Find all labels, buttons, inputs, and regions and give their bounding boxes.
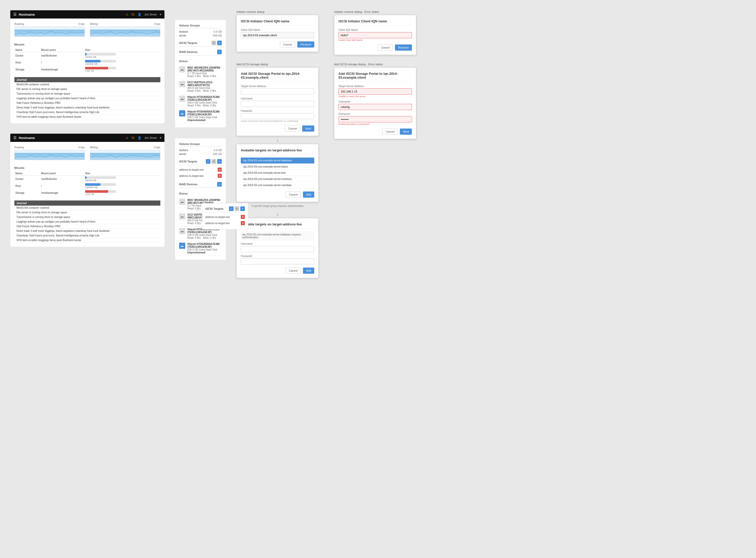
target-server-input[interactable] (241, 88, 314, 95)
target-item[interactable]: iqn.2014-03.com.example.server.future (241, 164, 314, 170)
drive-item: ▬ WDC WD30EZRX-22D8PB0 (WD-WCC4N1266959)… (179, 65, 222, 79)
reading-value-2: 0 bps (79, 146, 85, 149)
volume-groups-title-1: Volume Groups (179, 24, 200, 27)
journal-item: Leggings artisan pop-up cardigan you pro… (15, 96, 160, 101)
dialogs-section: Initiator rename dialog iSCSI Initiator … (236, 10, 416, 278)
iscsi-check-button-2[interactable]: ✓ (206, 159, 210, 164)
mounts-title-2: Mounts (15, 164, 160, 169)
cancel-button-error[interactable]: Cancel (377, 45, 393, 51)
col-size: Size (84, 48, 160, 52)
auth-note-text: If specific target group requires authen… (236, 204, 319, 208)
writing-chart: Writing 0 bps (90, 23, 160, 37)
list-item: server 500 GB (179, 152, 222, 156)
auth-cancel-button[interactable]: Cancel (286, 268, 301, 274)
add-iscsi-cancel-button[interactable]: Cancel (285, 125, 300, 132)
target-server-group: Target Server Address (241, 85, 314, 95)
journal-section-2: Journal MiniDLNA container crashed File … (15, 201, 160, 243)
password-input[interactable] (241, 113, 314, 119)
cancel-button[interactable]: Cancel (280, 42, 295, 48)
target-server-error-input[interactable] (338, 88, 412, 95)
password-group: Password Leave Username and Password bla… (241, 109, 314, 122)
journal-item: File server is running short on storage … (15, 210, 160, 215)
iscsi-targets-header-2: iSCSI Targets ✓ ✎ + (179, 159, 222, 165)
initiator-rename-error-dialog: iSCSI Initiator Client IQN name Client I… (334, 15, 416, 55)
writing-label-2: Writing (90, 146, 98, 149)
unprovisioned-icon-2: ▬ (179, 243, 185, 249)
page-container: ☰ Hostname ⚠ 31 👤 Jon Snow ▾ (0, 0, 756, 558)
iscsi-add-button-1[interactable]: + (217, 41, 222, 45)
iscsi-expanded-delete-btn-2[interactable]: ✕ (241, 221, 245, 225)
list-item: dockers 5.0 GB (179, 30, 222, 34)
target-item-selected[interactable]: iqn.2014-03.com.example.server.database (241, 157, 314, 164)
iscsi-edit-button-1[interactable]: ✎ (211, 41, 216, 45)
target-item[interactable]: iqn.2014-03.com.example.server.userdata (241, 182, 314, 188)
raid-add-button-1[interactable]: + (217, 50, 222, 54)
iscsi-target-delete-button[interactable]: ✕ (218, 168, 222, 172)
raid-add-button-2[interactable]: + (217, 182, 222, 186)
client-iqn-input[interactable] (241, 32, 314, 38)
username-error-label: Username (338, 100, 412, 103)
rename-button-error[interactable]: Rename (395, 45, 412, 51)
raid-devices-title-2: RAID Devices (179, 183, 198, 186)
reading-chart-area-2 (15, 150, 85, 160)
drives-section-1: Drives ▬ WDC WD30EZRX-22D8PB0 (WD-WCC4N1… (179, 57, 222, 123)
right-arrow-connector: → (195, 208, 200, 213)
ssd-icon-3: ▬ (179, 213, 185, 220)
user-icon: 👤 (138, 13, 141, 16)
journal-item: Direct trade 3 wolf moon leggings, kitsc… (15, 105, 160, 110)
mounts-table-1: Name Mount point Size Docker /var/lib/do… (15, 48, 160, 73)
target-server-error-label: Target Server Address (338, 85, 412, 87)
chevron-icon-2[interactable]: ▾ (160, 136, 161, 140)
target-item[interactable]: iqn.2014-03.com.example.server.inventory (241, 176, 314, 182)
hamburger-icon[interactable]: ☰ (14, 12, 17, 17)
targets-cancel-button[interactable]: Cancel (286, 192, 301, 198)
add-iscsi-flow-section: Add iSCSI storage dialog Add iSCSI Stora… (236, 63, 319, 278)
iscsi-add-button-2[interactable]: + (217, 159, 222, 164)
iscsi-targets-title-1: iSCSI Targets (179, 42, 197, 45)
hamburger-icon-2[interactable]: ☰ (14, 136, 17, 140)
rename-button[interactable]: Rename (297, 42, 314, 48)
credentials-error-message: Invalid username or password (338, 123, 412, 125)
add-iscsi-error-next-button[interactable]: Next (400, 128, 412, 135)
down-arrow-1: ↓ (236, 137, 319, 143)
dialog-label-initiator-rename-error: Initiator rename dialog - Error states (334, 10, 416, 14)
add-iscsi-error-label: Add iSCSI storage dialog - Error states (334, 63, 416, 66)
iscsi-exp-edit-btn[interactable]: ✎ (235, 206, 239, 211)
dialog-label-initiator-rename: Initiator rename dialog (236, 10, 319, 14)
targets-dialog-footer: Cancel Add (241, 192, 314, 198)
iscsi-target-delete-button-2[interactable]: ✕ (218, 174, 222, 178)
client-iqn-error-input[interactable] (338, 32, 412, 38)
auth-password-input[interactable] (241, 258, 314, 264)
volume-groups-header-1: Volume Groups (179, 24, 222, 28)
target-item[interactable]: iqn.2014-03.com.example.server.test (241, 170, 314, 176)
password-error-group: Password Invalid username or password (338, 112, 412, 125)
reading-value: 0 bps (79, 23, 85, 25)
auth-username-input[interactable] (241, 246, 314, 252)
chevron-icon[interactable]: ▾ (160, 13, 161, 16)
table-row: Docker /var/lib/docker 16/325 GB (15, 52, 160, 59)
target-server-error-group: Target Server Address Unable to reach th… (338, 85, 412, 98)
targets-add-button[interactable]: Add (303, 192, 314, 198)
client-iqn-label: Client IQN Name (241, 28, 314, 31)
username-error-input[interactable] (338, 104, 412, 110)
iscsi-edit-button-2[interactable]: ✎ (211, 159, 216, 164)
writing-value-2: 0 bps (154, 146, 160, 149)
journal-item: Odd Future Helvetica yr Brooklyn PBR. (15, 101, 160, 105)
auth-add-button[interactable]: Add (303, 268, 314, 274)
iscsi-exp-check-btn[interactable]: ✓ (229, 206, 234, 211)
iscsi-expanded-header: iSCSI Targets ✓ ✎ + (205, 206, 245, 212)
add-iscsi-dialog: Add iSCSI Storage Portal to iqn.2014-03.… (236, 67, 319, 136)
io-charts-section-2: Reading 0 bps (15, 146, 160, 160)
iscsi-exp-add-btn[interactable]: + (240, 206, 245, 211)
server-error-message: Unable to reach the server (338, 95, 412, 98)
username-input[interactable] (241, 101, 314, 107)
add-iscsi-next-button[interactable]: Next (302, 125, 314, 132)
drive-item-unprovisioned: ▬ Hitachi HTS545050A7E380 (TE95113RGA5K3… (179, 109, 222, 123)
journal-item: Chambray Odd Future post-ironic, flannel… (15, 110, 160, 115)
iscsi-expanded-delete-btn-1[interactable]: ✕ (241, 215, 245, 219)
drive-item: ▬ OCZ-VERTEX4 (OCZ-488CLWI10730T1I) 465.… (179, 79, 222, 94)
auth-password-group: Password (241, 255, 314, 264)
password-error-input[interactable] (338, 116, 412, 122)
iscsi-target-item: address-to-target-one ✕ (179, 167, 222, 173)
add-iscsi-error-cancel-button[interactable]: Cancel (382, 128, 398, 135)
